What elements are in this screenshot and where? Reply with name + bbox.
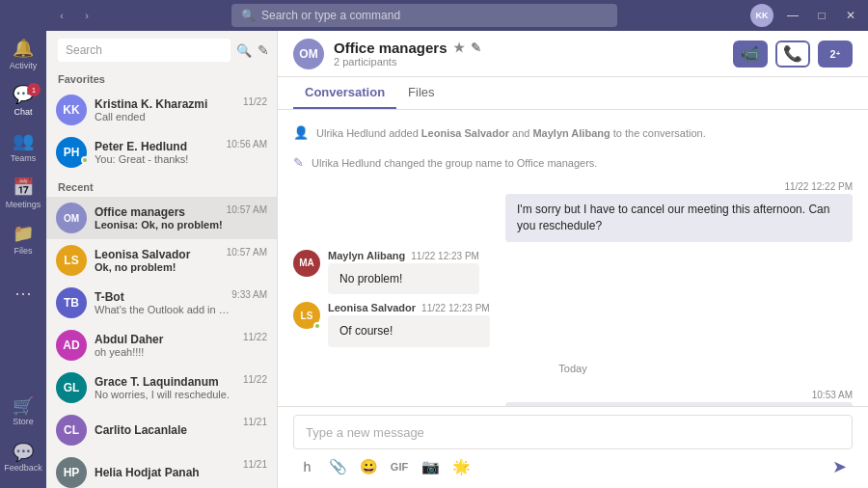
sidebar-item-feedback[interactable]: 💬 Feedback <box>0 434 46 480</box>
group-name-text: Office managers <box>334 40 448 56</box>
participants-button[interactable]: 2+ <box>818 41 853 68</box>
chat-item-peter[interactable]: PH Peter E. Hedlund You: Great - thanks!… <box>46 131 277 174</box>
chat-time-office-managers: 10:57 AM <box>227 204 267 215</box>
sidebar-item-meetings[interactable]: 📅 Meetings <box>0 170 46 216</box>
chat-title-area: Office managers ★ ✎ 2 participants <box>334 40 723 68</box>
maximize-button[interactable]: □ <box>808 2 835 29</box>
recent-section-label: Recent <box>46 174 277 197</box>
chat-time-abdul: 11/22 <box>243 332 267 342</box>
avatar-helia: HP <box>56 457 87 488</box>
chat-item-helia[interactable]: HP Helia Hodjat Panah 11/21 <box>46 451 277 488</box>
chat-name-tbot: T-Bot <box>95 290 231 304</box>
send-button[interactable]: ➤ <box>826 453 853 480</box>
close-button[interactable]: ✕ <box>837 2 864 29</box>
system-event-text-2: Ulrika Hedlund changed the group name to… <box>312 157 597 169</box>
chat-name-abdul: Abdul Daher <box>95 333 243 346</box>
chat-name-grace: Grace T. Laquindanum <box>95 375 243 389</box>
back-button[interactable]: ‹ <box>50 4 73 27</box>
feedback-icon: 💬 <box>13 442 34 463</box>
store-icon: 🛒 <box>13 395 34 417</box>
sidebar-item-teams[interactable]: 👥 Teams <box>0 123 46 170</box>
chat-item-kristina[interactable]: KK Kristina K. Kharazmi Call ended 11/22 <box>46 89 277 131</box>
chat-name-office-managers: Office managers <box>95 205 227 219</box>
chat-item-office-managers[interactable]: OM Office managers Leonisa: Ok, no probl… <box>46 197 277 239</box>
online-indicator-peter <box>81 156 89 164</box>
avatar-tbot: TB <box>56 287 87 318</box>
system-event-renamed: ✎ Ulrika Hedlund changed the group name … <box>293 155 853 170</box>
chat-item-abdul[interactable]: AD Abdul Daher oh yeah!!!! 11/22 <box>46 324 277 366</box>
chat-time-leonisa: 10:57 AM <box>227 247 267 258</box>
chat-item-leonisa[interactable]: LS Leonisa Salvador Ok, no problem! 10:5… <box>46 239 277 282</box>
feedback-label: Feedback <box>4 463 42 473</box>
emoji-button[interactable]: 😀 <box>355 453 382 480</box>
sidebar-item-activity[interactable]: 🔔 Activity <box>0 31 46 77</box>
sidebar-item-store[interactable]: 🛒 Store <box>0 388 46 434</box>
avatar-kristina: KK <box>56 95 87 125</box>
format-button[interactable]: ｈ <box>293 453 320 480</box>
new-chat-icon[interactable]: ✎ <box>258 42 269 58</box>
video-call-button[interactable]: 📹 <box>733 41 768 68</box>
message-row-4: 10:53 AM I've ordered some new equipment… <box>293 390 853 406</box>
avatar-grace: GL <box>56 372 87 403</box>
attach-button[interactable]: 📎 <box>324 453 351 480</box>
pencil-icon: ✎ <box>293 155 304 170</box>
message-content-1: 11/22 12:22 PM I'm sorry but I have to c… <box>505 181 853 242</box>
teams-label: Teams <box>11 153 37 163</box>
chat-preview-abdul: oh yeah!!!! <box>95 346 243 358</box>
tab-conversation[interactable]: Conversation <box>293 77 396 109</box>
person-add-icon: 👤 <box>293 125 309 140</box>
favorite-star-icon[interactable]: ★ <box>453 41 465 55</box>
tab-files[interactable]: Files <box>396 77 446 109</box>
message-toolbar: ｈ 📎 😀 GIF 📷 🌟 ➤ <box>293 449 853 484</box>
system-event-added: 👤 Ulrika Hedlund added Leonisa Salvador … <box>293 125 853 140</box>
chat-time-helia: 11/21 <box>243 459 267 470</box>
chat-item-carlito[interactable]: CL Carlito Lacanlale 11/21 <box>46 409 277 451</box>
message-row-1: 11/22 12:22 PM I'm sorry but I have to c… <box>293 181 853 242</box>
teams-icon: 👥 <box>13 130 34 151</box>
praise-button[interactable]: 🌟 <box>448 453 475 480</box>
giphy-button[interactable]: GIF <box>386 453 413 480</box>
message-input-area: ｈ 📎 😀 GIF 📷 🌟 ➤ <box>278 406 868 488</box>
titlebar-search-icon: 🔍 <box>241 9 256 22</box>
avatar-carlito: CL <box>56 415 87 446</box>
message-row-2: MA Maylyn Alibang 11/22 12:23 PM No prob… <box>293 250 853 295</box>
date-divider-today: Today <box>293 363 853 374</box>
search-icon[interactable]: 🔍 <box>236 43 252 58</box>
search-input[interactable] <box>58 39 231 62</box>
files-label: Files <box>14 246 32 256</box>
avatar-leonisa: LS <box>56 245 87 276</box>
chat-time-tbot: 9:33 AM <box>231 289 267 300</box>
message-bubble-2: No problem! <box>328 263 479 295</box>
sticker-button[interactable]: 📷 <box>417 453 444 480</box>
minimize-button[interactable]: — <box>779 2 806 29</box>
edit-group-icon[interactable]: ✎ <box>471 41 481 55</box>
store-label: Store <box>13 417 34 426</box>
message-input[interactable] <box>293 415 853 449</box>
chat-item-tbot[interactable]: TB T-Bot What's the Outlook add in and w… <box>46 282 277 324</box>
chat-preview-grace: No worries, I will reschedule. <box>95 389 243 400</box>
sidebar-item-chat[interactable]: 💬 Chat 1 <box>0 77 46 123</box>
chat-preview-office-managers: Leonisa: Ok, no problem! <box>95 219 227 230</box>
chat-item-grace[interactable]: GL Grace T. Laquindanum No worries, I wi… <box>46 366 277 409</box>
chat-time-grace: 11/22 <box>243 374 267 385</box>
chat-name-carlito: Carlito Lacanlale <box>95 423 243 437</box>
activity-icon: 🔔 <box>13 38 34 59</box>
user-avatar-titlebar[interactable]: KK <box>750 4 773 27</box>
audio-call-button[interactable]: 📞 <box>775 41 810 68</box>
chat-top-bar: OM Office managers ★ ✎ 2 participants 📹 … <box>278 31 868 77</box>
group-subtitle: 2 participants <box>334 56 723 68</box>
system-event-text-1: Ulrika Hedlund added Leonisa Salvador an… <box>316 127 706 139</box>
titlebar-search-bar[interactable]: 🔍 <box>231 4 617 27</box>
avatar-abdul: AD <box>56 330 87 361</box>
forward-button[interactable]: › <box>75 4 98 27</box>
chat-tabs: Conversation Files <box>278 77 868 110</box>
chat-label: Chat <box>14 107 32 117</box>
sidebar-item-files[interactable]: 📁 Files <box>0 216 46 262</box>
titlebar-search-input[interactable] <box>261 9 608 22</box>
sidebar-item-more[interactable]: ⋯ <box>0 270 46 316</box>
message-time-2: 11/22 12:23 PM <box>411 251 479 261</box>
chat-list-header: 🔍 ✎ <box>46 31 277 66</box>
files-icon: 📁 <box>13 223 34 244</box>
message-content-3: Leonisa Salvador 11/22 12:23 PM Of cours… <box>328 302 490 347</box>
chat-name-helia: Helia Hodjat Panah <box>95 466 243 479</box>
